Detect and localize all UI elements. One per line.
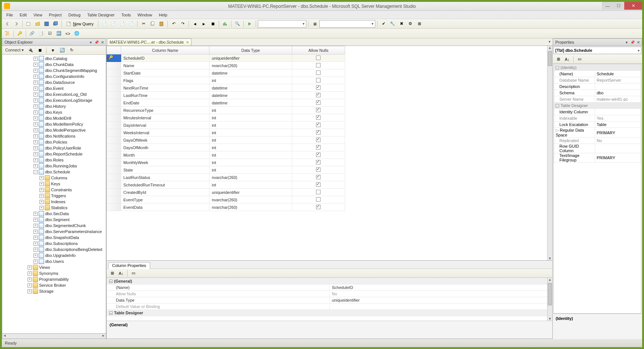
column-property-row[interactable]: (Name)ScheduleID <box>107 284 552 291</box>
db-engine-query-icon[interactable]: 📄 <box>100 20 108 28</box>
data-type-cell[interactable]: nvarchar(260) <box>209 196 292 204</box>
property-row[interactable]: (Name)Schedule <box>554 71 641 77</box>
cp-vertical-scrollbar[interactable] <box>547 278 552 321</box>
allow-nulls-checkbox[interactable] <box>316 115 321 120</box>
property-row[interactable]: IndexableYes <box>554 115 641 122</box>
designer-row[interactable]: Flagsint <box>107 77 345 84</box>
column-name-cell[interactable]: EventData <box>121 204 209 211</box>
results-icon[interactable]: ⊞ <box>415 20 423 28</box>
paste-icon[interactable] <box>157 20 165 28</box>
column-name-cell[interactable]: NextRunTime <box>121 84 209 92</box>
allow-nulls-checkbox[interactable] <box>316 167 321 172</box>
properties-grid[interactable]: −(Identity) (Name)ScheduleDatabase NameR… <box>553 64 641 314</box>
close-tab-icon[interactable]: ✕ <box>186 40 189 44</box>
property-row[interactable]: Schemadbo <box>554 90 641 96</box>
tree-item[interactable]: dbo.ConfigurationInfo <box>2 73 106 79</box>
tree-item[interactable]: Synonyms <box>2 270 106 276</box>
new-query-button[interactable]: NNew Queryew Query <box>64 20 96 28</box>
tree-item[interactable]: dbo.ModelDrill <box>2 115 106 121</box>
tree-item[interactable]: dbo.Roles <box>2 157 106 163</box>
new-project-icon[interactable] <box>25 20 33 28</box>
save-all-icon[interactable] <box>51 20 60 28</box>
tree-item[interactable]: dbo.Segment <box>2 217 106 223</box>
disconnect-icon[interactable]: 🔌 <box>26 46 35 54</box>
column-name-cell[interactable]: ScheduleID <box>121 54 209 62</box>
designer-row[interactable]: StartDatedatetime <box>107 69 345 77</box>
column-name-cell[interactable]: DaysInterval <box>121 122 209 129</box>
tree-item[interactable]: dbo.ServerParametersInstance <box>2 229 106 235</box>
tree-item[interactable]: dbo.DataSource <box>2 79 106 85</box>
allow-nulls-checkbox[interactable] <box>316 100 321 105</box>
data-type-cell[interactable]: int <box>209 166 292 174</box>
allow-nulls-checkbox[interactable] <box>316 182 321 187</box>
tree-item[interactable]: Service Broker <box>2 282 106 288</box>
column-property-row[interactable]: Default Value or Binding <box>107 304 552 310</box>
tree-item[interactable]: dbo.ExecutionLogStorage <box>2 97 106 103</box>
allow-nulls-checkbox[interactable] <box>316 197 321 202</box>
column-property-row[interactable]: Data Typeuniqueidentifier <box>107 297 552 304</box>
back-button[interactable] <box>3 20 12 28</box>
column-name-cell[interactable]: Month <box>121 151 209 159</box>
tree-item[interactable]: dbo.UpgradeInfo <box>2 252 106 258</box>
column-name-cell[interactable]: EventType <box>121 196 209 204</box>
allow-nulls-checkbox[interactable] <box>316 108 321 112</box>
allow-nulls-checkbox[interactable] <box>316 63 321 67</box>
options-icon[interactable]: ⚙ <box>406 20 414 28</box>
tree-item[interactable]: Columns <box>2 175 106 181</box>
data-type-cell[interactable]: nvarchar(260) <box>209 62 292 69</box>
tree-item[interactable]: dbo.PolicyUserRole <box>2 145 106 151</box>
tree-item[interactable]: Keys <box>2 181 106 187</box>
menu-file[interactable]: File <box>3 12 16 18</box>
property-row[interactable]: Lock EscalationTable <box>554 122 641 128</box>
menu-tools[interactable]: Tools <box>118 12 134 18</box>
data-type-cell[interactable]: int <box>209 114 292 122</box>
column-property-row[interactable]: Allow NullsNo <box>107 291 552 297</box>
mdx-query-icon[interactable]: 📄 <box>109 20 117 28</box>
fulltext-icon[interactable]: 🔤 <box>55 29 63 38</box>
refresh-icon[interactable]: 🔄 <box>58 46 66 54</box>
tree-item[interactable]: dbo.History <box>2 103 106 109</box>
menu-window[interactable]: Window <box>135 12 155 18</box>
property-pages-icon[interactable]: ▭ <box>129 269 138 277</box>
tree-item[interactable]: dbo.Notifications <box>2 133 106 139</box>
redo-icon[interactable]: ↷ <box>179 20 187 28</box>
property-row[interactable]: Database NameReportServer <box>554 77 641 84</box>
forward-button[interactable] <box>12 20 20 28</box>
property-row[interactable]: Server Namemateev-win81-pc <box>554 96 641 103</box>
menu-help[interactable]: Help <box>156 12 170 18</box>
allow-nulls-checkbox[interactable] <box>316 70 321 75</box>
allow-nulls-checkbox[interactable] <box>316 56 321 60</box>
data-type-header[interactable]: Data Type <box>209 46 292 54</box>
property-row[interactable]: Row GUID Column <box>554 144 641 153</box>
menu-view[interactable]: View <box>31 12 45 18</box>
designer-row[interactable]: EventDatanvarchar(260) <box>107 204 345 211</box>
dropdown-icon[interactable]: ▾ <box>624 40 629 44</box>
key-icon[interactable]: 🔑 <box>16 29 24 38</box>
tree-item[interactable]: Indexes <box>2 199 106 205</box>
column-name-cell[interactable]: MinutesInterval <box>121 114 209 122</box>
tree-item[interactable]: dbo.Policies <box>2 139 106 145</box>
allow-nulls-checkbox[interactable] <box>316 175 321 179</box>
cut-icon[interactable]: ✂ <box>139 20 148 28</box>
tree-item[interactable]: dbo.ReportSchedule <box>2 151 106 157</box>
data-type-cell[interactable]: int <box>209 151 292 159</box>
col-name-header[interactable]: Column Name <box>121 46 209 54</box>
close-panel-icon[interactable]: ✕ <box>636 40 641 44</box>
property-row[interactable]: Text/Image FilegroupPRIMARY <box>554 153 641 163</box>
allow-nulls-checkbox[interactable] <box>316 205 321 209</box>
find-icon[interactable]: 🔍 <box>233 20 242 28</box>
tree-item[interactable]: dbo.Users <box>2 258 106 264</box>
vertical-scrollbar[interactable] <box>547 46 552 260</box>
data-type-cell[interactable]: datetime <box>209 69 292 77</box>
data-type-cell[interactable]: int <box>209 181 292 189</box>
menu-edit[interactable]: Edit <box>17 12 30 18</box>
data-type-cell[interactable]: int <box>209 107 292 114</box>
data-type-cell[interactable]: nvarchar(260) <box>209 204 292 211</box>
designer-row[interactable]: MonthlyWeekint <box>107 159 345 166</box>
tree-item[interactable]: dbo.ChunkData <box>2 62 106 67</box>
column-properties-grid[interactable]: −(General) (Name)ScheduleIDAllow NullsNo… <box>107 278 552 321</box>
property-row[interactable]: ReplicatedNo <box>554 138 641 144</box>
designer-row[interactable]: DaysIntervalint <box>107 122 345 129</box>
column-name-cell[interactable]: ScheduledRunTimeout <box>121 181 209 189</box>
table-designer-category[interactable]: −Table Designer <box>107 310 552 316</box>
